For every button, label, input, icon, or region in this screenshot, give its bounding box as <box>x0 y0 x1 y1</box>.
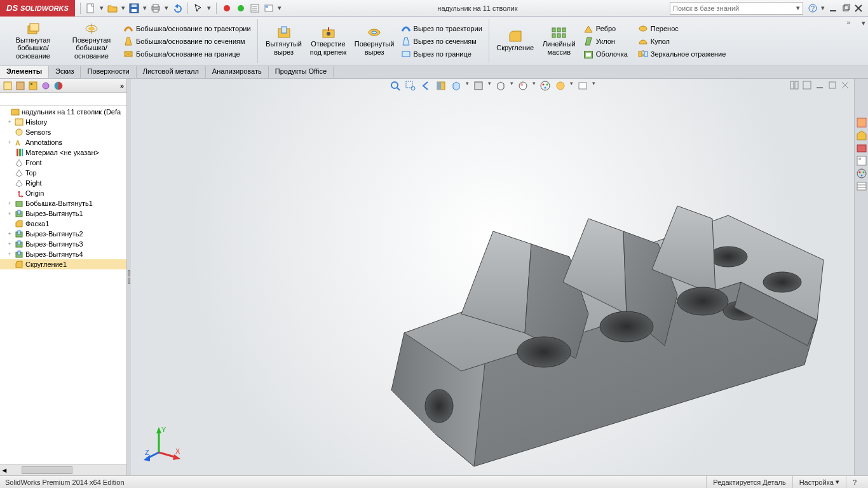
shell-item[interactable]: Оболочка <box>581 48 630 60</box>
mirror-item[interactable]: Зеркальное отражение <box>635 48 729 60</box>
appearance-icon[interactable] <box>539 80 551 92</box>
tree-item[interactable]: +History <box>0 117 126 127</box>
tab-sketch[interactable]: Эскиз <box>49 66 81 78</box>
feature-tree[interactable]: надульник на 11 стволик (Defa +History S… <box>0 105 126 464</box>
boundary-cut-item[interactable]: Вырез по границе <box>398 48 485 60</box>
tree-item[interactable]: Sensors <box>0 127 126 137</box>
tree-item[interactable]: +Вырез-Вытянуть4 <box>0 249 126 259</box>
select-icon[interactable] <box>193 3 203 13</box>
fillet-button[interactable]: Скругление <box>493 18 538 64</box>
svg-rect-64 <box>18 231 20 234</box>
hole-wizard-button[interactable]: Отверстие под крепеж <box>306 18 351 64</box>
view-orient-icon[interactable] <box>451 80 462 92</box>
undo-icon[interactable] <box>172 3 182 13</box>
graphics-viewport[interactable]: ▾ ▾ ▾ ▾ ▾ ▾ <box>131 79 854 475</box>
section-view-icon[interactable] <box>435 80 447 92</box>
tree-item[interactable]: Origin <box>0 188 126 198</box>
tp-resources-icon[interactable] <box>856 117 867 128</box>
panel-scrollbar[interactable]: ◄ <box>0 464 126 475</box>
tree-root[interactable]: надульник на 11 стволик (Defa <box>0 107 126 117</box>
new-file-icon[interactable] <box>86 3 96 13</box>
status-help-icon[interactable]: ? <box>846 476 863 488</box>
rebuild-icon[interactable] <box>250 3 260 13</box>
loft-boss-item[interactable]: Бобышка/основание по сечениям <box>121 36 254 47</box>
options-icon[interactable] <box>264 3 274 13</box>
render-tab-icon[interactable] <box>53 81 64 91</box>
vp-single-icon[interactable] <box>802 80 812 90</box>
tp-view-palette-icon[interactable] <box>856 155 867 166</box>
vp-max-icon[interactable] <box>827 80 837 90</box>
linear-pattern-button[interactable]: Линейный массив <box>538 18 581 64</box>
dimxpert-tab-icon[interactable] <box>41 81 51 91</box>
rib-item[interactable]: Ребро <box>581 23 630 34</box>
svg-rect-43 <box>644 51 648 57</box>
tab-office[interactable]: Продукты Office <box>269 66 334 78</box>
zoom-fit-icon[interactable] <box>390 80 401 92</box>
help-icon[interactable]: ? <box>808 4 817 13</box>
tree-item[interactable]: Front <box>0 158 126 168</box>
tree-item[interactable]: Материал <не указан> <box>0 147 126 158</box>
minimize-icon[interactable] <box>829 4 837 13</box>
tp-file-explorer-icon[interactable] <box>856 142 867 154</box>
dome-item[interactable]: Купол <box>635 36 729 47</box>
wrap-item[interactable]: Перенос <box>635 23 729 34</box>
display-style-icon[interactable] <box>473 80 484 92</box>
save-icon[interactable] <box>129 3 139 13</box>
prev-view-icon[interactable] <box>420 80 431 92</box>
tree-item[interactable]: Фаска1 <box>0 219 126 229</box>
fm-tree-tab-icon[interactable] <box>3 81 13 91</box>
tree-item-selected[interactable]: Скругление1 <box>0 259 126 269</box>
tab-evaluate[interactable]: Анализировать <box>206 66 269 78</box>
property-manager-tab-icon[interactable] <box>15 81 25 91</box>
ribbon-overflow-icon[interactable]: » <box>846 19 850 26</box>
revolve-boss-button[interactable]: Повернутая бобышка/основание <box>62 18 121 64</box>
window-controls: ? ▾ <box>803 4 868 13</box>
boundary-boss-item[interactable]: Бобышка/основание на границе <box>121 48 254 60</box>
svg-rect-40 <box>586 53 591 57</box>
draft-item[interactable]: Уклон <box>581 36 630 47</box>
tp-custom-props-icon[interactable] <box>856 180 867 192</box>
tree-item[interactable]: +Вырез-Вытянуть3 <box>0 239 126 249</box>
orientation-triad[interactable]: Y X Z <box>144 424 182 463</box>
vp-close-icon[interactable] <box>840 80 850 90</box>
traffic-red-icon[interactable] <box>222 3 232 13</box>
vp-min-icon[interactable] <box>815 80 825 90</box>
tp-design-lib-icon[interactable] <box>856 130 867 141</box>
zoom-area-icon[interactable] <box>405 80 416 92</box>
open-file-icon[interactable] <box>107 3 118 13</box>
restore-icon[interactable] <box>841 4 850 13</box>
tree-item[interactable]: +Вырез-Вытянуть2 <box>0 229 126 239</box>
tree-item[interactable]: +Вырез-Вытянуть1 <box>0 208 126 219</box>
tree-item[interactable]: +AAnnotations <box>0 137 126 147</box>
vp-tile-icon[interactable] <box>789 80 799 90</box>
tp-appearance-icon[interactable] <box>856 168 867 179</box>
tree-filter[interactable] <box>0 93 126 105</box>
svg-line-70 <box>397 88 400 90</box>
extrude-cut-button[interactable]: Вытянутый вырез <box>262 18 306 64</box>
swept-boss-item[interactable]: Бобышка/основание по траектории <box>121 23 254 34</box>
print-icon[interactable] <box>151 3 161 13</box>
status-customize[interactable]: Настройка ▾ <box>792 476 846 488</box>
close-icon[interactable] <box>854 4 863 13</box>
loft-cut-item[interactable]: Вырез по сечениям <box>398 36 485 47</box>
kb-search-input[interactable] <box>673 4 796 12</box>
revolve-cut-button[interactable]: Повернутый вырез <box>351 18 398 64</box>
tree-item[interactable]: Right <box>0 178 126 188</box>
traffic-green-icon[interactable] <box>236 3 246 13</box>
panel-expand-icon[interactable]: » <box>120 82 124 90</box>
tree-item[interactable]: +Бобышка-Вытянуть1 <box>0 198 126 208</box>
scene-icon[interactable] <box>517 80 529 92</box>
kb-search[interactable]: ▾ <box>670 2 803 15</box>
tree-item[interactable]: Top <box>0 168 126 178</box>
tab-surfaces[interactable]: Поверхности <box>81 66 136 78</box>
tab-sheetmetal[interactable]: Листовой металл <box>137 66 206 78</box>
config-manager-tab-icon[interactable] <box>28 81 38 91</box>
svg-rect-66 <box>18 241 20 245</box>
tab-features[interactable]: Элементы <box>0 66 49 78</box>
edit-appearance-icon[interactable] <box>555 80 566 92</box>
hide-show-icon[interactable] <box>495 80 506 92</box>
extrude-boss-button[interactable]: Вытянутая бобышка/основание <box>4 18 62 64</box>
view-settings-icon[interactable] <box>577 80 588 92</box>
swept-cut-item[interactable]: Вырез по траектории <box>398 23 485 34</box>
svg-point-79 <box>543 84 545 86</box>
